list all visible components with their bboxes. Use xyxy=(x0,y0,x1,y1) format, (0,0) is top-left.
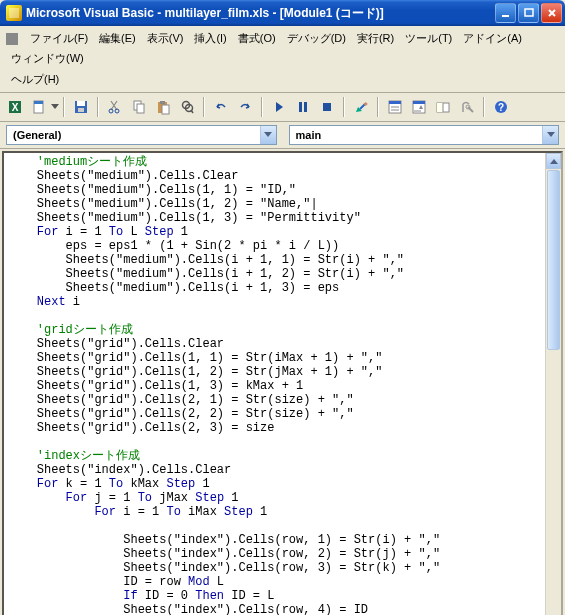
menu-edit[interactable]: 編集(E) xyxy=(94,29,141,48)
code-editor[interactable]: 'mediumシート作成 Sheets("medium").Cells.Clea… xyxy=(2,151,563,615)
vertical-scrollbar[interactable] xyxy=(545,153,561,615)
svg-text:X: X xyxy=(12,102,19,113)
find-icon[interactable] xyxy=(176,96,198,118)
save-icon[interactable] xyxy=(70,96,92,118)
menu-debug[interactable]: デバッグ(D) xyxy=(282,29,351,48)
maximize-button[interactable] xyxy=(518,3,539,23)
svg-rect-14 xyxy=(160,101,165,104)
menubar: ファイル(F) 編集(E) 表示(V) 挿入(I) 書式(O) デバッグ(D) … xyxy=(0,26,565,93)
procedure-combo[interactable]: main xyxy=(289,125,560,145)
svg-rect-32 xyxy=(437,103,443,112)
object-combo[interactable]: (General) xyxy=(6,125,277,145)
toolbar: X ? xyxy=(0,93,565,122)
cut-icon[interactable] xyxy=(104,96,126,118)
svg-rect-0 xyxy=(502,15,509,17)
window-title: Microsoft Visual Basic - multilayer_film… xyxy=(26,5,495,22)
code-dropdowns: (General) main xyxy=(0,122,565,149)
minimize-button[interactable] xyxy=(495,3,516,23)
svg-line-18 xyxy=(191,110,193,113)
code-content[interactable]: 'mediumシート作成 Sheets("medium").Cells.Clea… xyxy=(8,155,545,615)
redo-icon[interactable] xyxy=(234,96,256,118)
svg-line-22 xyxy=(360,104,365,109)
svg-rect-7 xyxy=(77,101,85,106)
close-button[interactable] xyxy=(541,3,562,23)
mdi-control-icon[interactable] xyxy=(6,33,18,45)
run-icon[interactable] xyxy=(268,96,290,118)
object-combo-value: (General) xyxy=(7,129,260,141)
titlebar[interactable]: Microsoft Visual Basic - multilayer_film… xyxy=(0,0,565,26)
svg-rect-25 xyxy=(389,101,401,104)
menu-tools[interactable]: ツール(T) xyxy=(400,29,457,48)
break-icon[interactable] xyxy=(292,96,314,118)
svg-rect-21 xyxy=(323,103,331,111)
copy-icon[interactable] xyxy=(128,96,150,118)
menu-help[interactable]: ヘルプ(H) xyxy=(6,70,64,89)
menu-insert[interactable]: 挿入(I) xyxy=(189,29,231,48)
object-browser-icon[interactable] xyxy=(432,96,454,118)
design-mode-icon[interactable] xyxy=(350,96,372,118)
chevron-down-icon[interactable] xyxy=(542,126,558,144)
menu-window[interactable]: ウィンドウ(W) xyxy=(6,49,89,68)
svg-rect-29 xyxy=(413,101,425,104)
chevron-down-icon[interactable] xyxy=(260,126,276,144)
svg-rect-12 xyxy=(137,104,144,113)
svg-rect-5 xyxy=(34,101,43,104)
procedure-combo-value: main xyxy=(290,129,543,141)
paste-icon[interactable] xyxy=(152,96,174,118)
menu-run[interactable]: 実行(R) xyxy=(352,29,399,48)
view-excel-icon[interactable]: X xyxy=(4,96,26,118)
svg-text:?: ? xyxy=(498,102,504,113)
insert-module-icon[interactable] xyxy=(28,96,50,118)
scroll-up-icon[interactable] xyxy=(546,153,561,169)
undo-icon[interactable] xyxy=(210,96,232,118)
svg-rect-8 xyxy=(78,108,84,112)
menu-file[interactable]: ファイル(F) xyxy=(25,29,93,48)
scroll-thumb[interactable] xyxy=(547,170,560,350)
toolbox-icon[interactable] xyxy=(456,96,478,118)
svg-rect-20 xyxy=(304,102,307,112)
app-icon xyxy=(6,5,22,21)
svg-rect-19 xyxy=(299,102,302,112)
svg-rect-1 xyxy=(525,9,533,16)
project-explorer-icon[interactable] xyxy=(384,96,406,118)
help-icon[interactable]: ? xyxy=(490,96,512,118)
properties-window-icon[interactable] xyxy=(408,96,430,118)
menu-format[interactable]: 書式(O) xyxy=(233,29,281,48)
svg-rect-15 xyxy=(162,105,169,114)
reset-icon[interactable] xyxy=(316,96,338,118)
menu-view[interactable]: 表示(V) xyxy=(142,29,189,48)
menu-addins[interactable]: アドイン(A) xyxy=(458,29,527,48)
